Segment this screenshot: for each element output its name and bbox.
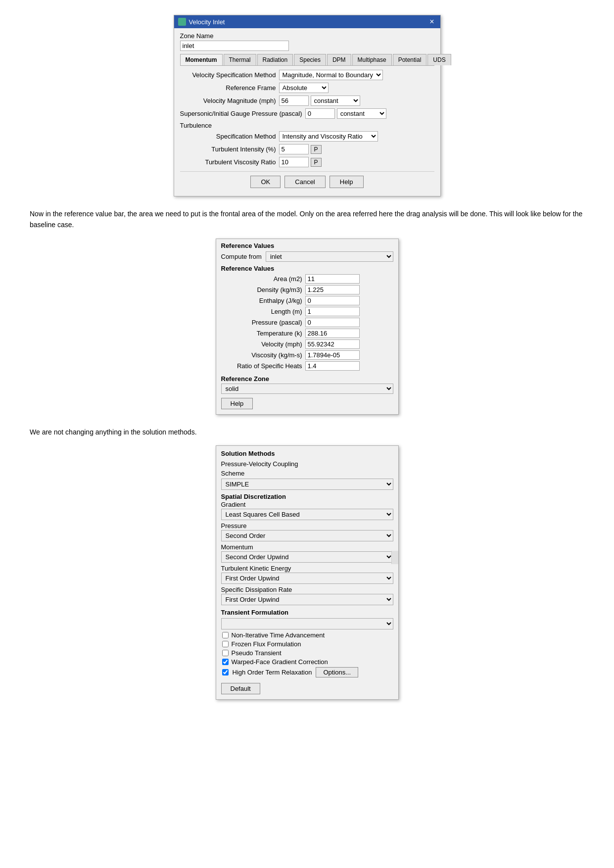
ref-temperature-input[interactable] bbox=[305, 329, 360, 338]
warped-face-row: Warped-Face Gradient Correction bbox=[221, 658, 393, 666]
default-button[interactable]: Default bbox=[221, 683, 260, 694]
supersonic-pressure-row: Supersonic/Initial Gauge Pressure (pasca… bbox=[180, 108, 434, 119]
turbulent-viscosity-label: Turbulent Viscosity Ratio bbox=[180, 158, 279, 166]
turbulence-spec-method-label: Specification Method bbox=[180, 133, 279, 140]
zone-name-input[interactable] bbox=[180, 41, 289, 51]
warped-face-checkbox[interactable] bbox=[222, 659, 229, 665]
ref-area-row: Area (m2) bbox=[221, 274, 393, 284]
ref-viscosity-input[interactable] bbox=[305, 350, 360, 360]
compute-from-select[interactable]: inlet bbox=[266, 251, 393, 262]
ref-length-row: Length (m) bbox=[221, 307, 393, 316]
velocity-inlet-dialog: Velocity Inlet × Zone Name Momentum Ther… bbox=[174, 15, 441, 196]
velocity-magnitude-row: Velocity Magnitude (mph) constant bbox=[180, 96, 434, 106]
ref-length-input[interactable] bbox=[305, 307, 360, 316]
prose-text-1: Now in the reference value bar, the area… bbox=[30, 208, 584, 231]
reference-values-help-button[interactable]: Help bbox=[221, 398, 253, 409]
scheme-label: Scheme bbox=[216, 469, 398, 478]
reference-values-section: Reference Values Area (m2) Density (kg/m… bbox=[216, 264, 398, 373]
ref-zone-select[interactable]: solid bbox=[221, 384, 393, 394]
tab-radiation[interactable]: Radiation bbox=[257, 54, 293, 65]
ref-area-input[interactable] bbox=[305, 274, 360, 284]
non-iterative-checkbox[interactable] bbox=[222, 632, 229, 638]
ref-temperature-row: Temperature (k) bbox=[221, 329, 393, 338]
prose-text-2: We are not changing anything in the solu… bbox=[30, 427, 584, 437]
high-order-label: High Order Term Relaxation bbox=[233, 669, 312, 676]
frozen-flux-label: Frozen Flux Formulation bbox=[232, 640, 301, 648]
tab-species[interactable]: Species bbox=[294, 54, 326, 65]
solution-methods-title: Solution Methods bbox=[216, 446, 398, 459]
pseudo-transient-label: Pseudo Transient bbox=[232, 649, 282, 657]
velocity-spec-method-select[interactable]: Magnitude, Normal to Boundary bbox=[279, 70, 383, 80]
ref-zone-label: Reference Zone bbox=[221, 375, 270, 383]
velocity-inlet-title: Velocity Inlet bbox=[189, 18, 225, 26]
transient-select[interactable] bbox=[221, 618, 393, 629]
tab-uds[interactable]: UDS bbox=[427, 54, 451, 65]
turbulent-intensity-input[interactable] bbox=[279, 144, 309, 154]
velocity-inlet-cancel-button[interactable]: Cancel bbox=[284, 176, 325, 188]
pressure-select[interactable]: Second Order bbox=[221, 530, 393, 541]
gradient-select[interactable]: Least Squares Cell Based bbox=[221, 509, 393, 520]
frozen-flux-checkbox[interactable] bbox=[222, 641, 229, 647]
velocity-inlet-title-bar: Velocity Inlet × bbox=[174, 15, 440, 28]
ref-values-subtitle: Reference Values bbox=[221, 265, 393, 272]
velocity-spec-method-label: Velocity Specification Method bbox=[180, 71, 279, 79]
reference-frame-label: Reference Frame bbox=[180, 84, 279, 92]
sdr-select-row: First Order Upwind bbox=[216, 593, 398, 607]
ref-density-label: Density (kg/m3) bbox=[221, 286, 305, 293]
turbulent-intensity-label: Turbulent Intensity (%) bbox=[180, 145, 279, 153]
pseudo-transient-checkbox[interactable] bbox=[222, 650, 229, 656]
ref-area-label: Area (m2) bbox=[221, 275, 305, 283]
supersonic-pressure-label: Supersonic/Initial Gauge Pressure (pasca… bbox=[180, 110, 305, 117]
ref-velocity-input[interactable] bbox=[305, 339, 360, 349]
solution-methods-footer: Default bbox=[216, 680, 398, 694]
tke-select[interactable]: First Order Upwind bbox=[221, 573, 393, 584]
ref-specific-heats-row: Ratio of Specific Heats bbox=[221, 361, 393, 371]
ref-temperature-label: Temperature (k) bbox=[221, 330, 305, 337]
tab-dpm[interactable]: DPM bbox=[327, 54, 351, 65]
compute-from-label: Compute from bbox=[221, 253, 262, 260]
reference-zone-section: Reference Zone solid bbox=[216, 373, 398, 395]
velocity-inlet-ok-button[interactable]: OK bbox=[250, 176, 281, 188]
ref-specific-heats-label: Ratio of Specific Heats bbox=[221, 362, 305, 370]
velocity-magnitude-input[interactable] bbox=[279, 96, 309, 106]
gradient-label: Gradient bbox=[216, 500, 398, 508]
turbulent-viscosity-p-button[interactable]: P bbox=[311, 158, 322, 167]
zone-name-section: Zone Name bbox=[180, 32, 434, 51]
supersonic-pressure-input[interactable] bbox=[305, 108, 335, 119]
zone-name-label: Zone Name bbox=[180, 32, 434, 40]
ref-density-input[interactable] bbox=[305, 285, 360, 294]
ref-enthalpy-label: Enthalpy (J/kg) bbox=[221, 297, 305, 304]
velocity-magnitude-label: Velocity Magnitude (mph) bbox=[180, 97, 279, 104]
tab-potential[interactable]: Potential bbox=[393, 54, 427, 65]
ref-specific-heats-input[interactable] bbox=[305, 361, 360, 371]
reference-frame-select[interactable]: Absolute bbox=[279, 83, 329, 93]
options-button[interactable]: Options... bbox=[316, 667, 358, 677]
ref-pressure-input[interactable] bbox=[305, 318, 360, 327]
high-order-checkbox[interactable] bbox=[222, 669, 229, 675]
ref-velocity-label: Velocity (mph) bbox=[221, 340, 305, 348]
pressure-label: Pressure bbox=[216, 522, 398, 530]
velocity-inlet-footer: OK Cancel Help bbox=[180, 171, 434, 192]
turbulent-intensity-row: Turbulent Intensity (%) P bbox=[180, 144, 434, 154]
pseudo-transient-row: Pseudo Transient bbox=[221, 649, 393, 657]
tke-select-row: First Order Upwind bbox=[216, 572, 398, 585]
momentum-label: Momentum bbox=[216, 543, 398, 551]
warped-face-label: Warped-Face Gradient Correction bbox=[232, 658, 328, 666]
high-order-row: High Order Term Relaxation Options... bbox=[221, 667, 393, 677]
momentum-tabs: Momentum Thermal Radiation Species DPM M… bbox=[180, 54, 434, 66]
scheme-select[interactable]: SIMPLE bbox=[221, 479, 393, 490]
tab-multiphase[interactable]: Multiphase bbox=[352, 54, 392, 65]
velocity-inlet-close-button[interactable]: × bbox=[427, 17, 436, 26]
tab-momentum[interactable]: Momentum bbox=[180, 54, 223, 65]
velocity-magnitude-type-select[interactable]: constant bbox=[311, 96, 360, 106]
sdr-select[interactable]: First Order Upwind bbox=[221, 594, 393, 605]
momentum-select[interactable]: Second Order Upwind bbox=[221, 551, 393, 563]
velocity-inlet-help-button[interactable]: Help bbox=[330, 176, 364, 188]
tab-thermal[interactable]: Thermal bbox=[224, 54, 256, 65]
turbulent-intensity-p-button[interactable]: P bbox=[311, 145, 322, 154]
tke-label: Turbulent Kinetic Energy bbox=[216, 564, 398, 572]
turbulent-viscosity-input[interactable] bbox=[279, 157, 309, 167]
supersonic-pressure-type-select[interactable]: constant bbox=[337, 108, 386, 119]
ref-enthalpy-input[interactable] bbox=[305, 296, 360, 305]
turbulence-spec-method-select[interactable]: Intensity and Viscosity Ratio bbox=[279, 131, 378, 142]
